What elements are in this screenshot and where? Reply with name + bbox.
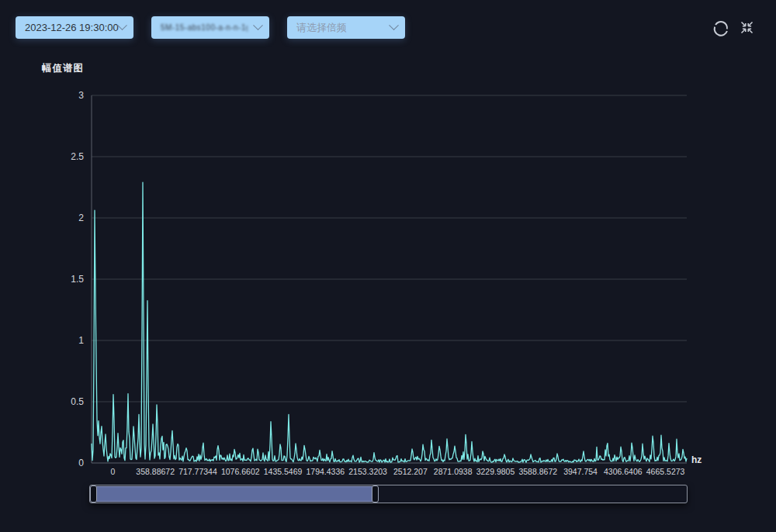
y-axis-tick-label: 1 (0, 335, 84, 346)
x-axis-tick-label: 358.88672 (136, 467, 175, 476)
y-axis-tick-label: 2 (0, 212, 84, 223)
x-axis-tick-label: 2153.3203 (348, 467, 387, 476)
datazoom-slider[interactable] (89, 485, 688, 503)
x-axis-tick-label: 717.77344 (178, 467, 217, 476)
x-axis-tick-label: 4665.5273 (646, 467, 685, 476)
x-axis-tick-label: 4306.6406 (604, 467, 643, 476)
spectrum-plot[interactable] (0, 0, 776, 532)
x-axis-tick-label: 0 (110, 467, 115, 476)
y-axis-tick-label: 1.5 (0, 274, 84, 285)
datazoom-left-handle[interactable] (90, 485, 97, 503)
x-axis-tick-label: 2512.207 (393, 467, 428, 476)
y-axis-tick-label: 2.5 (0, 151, 84, 162)
x-axis-tick-label: 3947.754 (563, 467, 598, 476)
y-axis-tick-label: 0 (0, 458, 84, 468)
y-axis-tick-label: 3 (0, 90, 84, 101)
datazoom-selection[interactable] (92, 486, 376, 502)
x-axis-tick-label: 3588.8672 (518, 467, 557, 476)
amplitude-spectrum-chart[interactable]: 00.511.522.53 0358.88672717.773441076.66… (0, 0, 776, 532)
datazoom-right-handle[interactable] (372, 485, 379, 503)
y-axis-tick-label: 0.5 (0, 396, 84, 407)
x-axis-tick-label: 3229.9805 (476, 467, 515, 476)
x-axis-unit-label: hz (691, 454, 702, 465)
x-axis-tick-label: 2871.0938 (434, 467, 473, 476)
x-axis-tick-label: 1076.6602 (221, 467, 260, 476)
spectrum-dashboard: 2023-12-26 19:30:00 5M-15-abs100-a-n-n-1… (0, 0, 776, 532)
x-axis-tick-label: 1794.4336 (306, 467, 345, 476)
x-axis-tick-label: 1435.5469 (264, 467, 303, 476)
